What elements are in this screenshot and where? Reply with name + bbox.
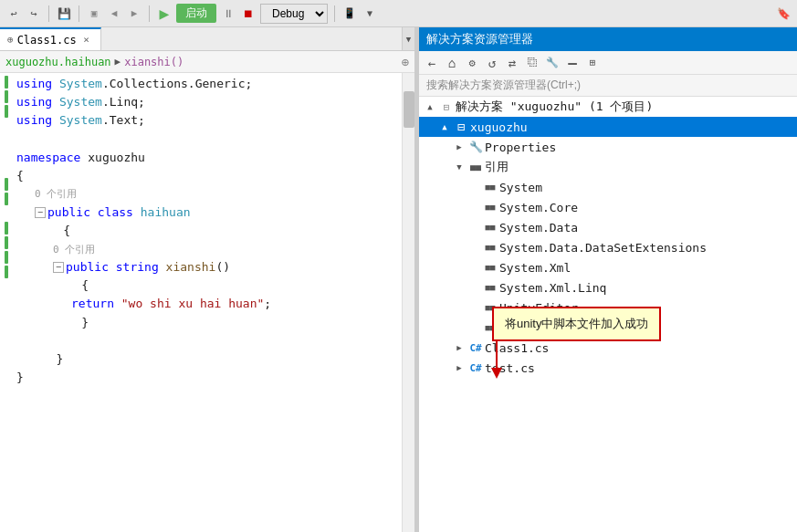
tree-item-project[interactable]: ▲ ⊟ xuguozhu — [419, 117, 797, 137]
exp-minus-icon[interactable]: — — [563, 54, 582, 72]
tree-item-properties[interactable]: ▶ 🔧 Properties — [419, 137, 797, 157]
explorer-search-text[interactable]: 搜索解决方案资源管理器(Ctrl+;) — [426, 78, 581, 93]
exp-filter-icon[interactable]: 🔧 — [543, 54, 561, 72]
gutter-8 — [2, 177, 11, 192]
system-xml-linq-icon: ■■ — [483, 280, 498, 295]
code-line-17: } — [16, 369, 398, 387]
gutter-1 — [2, 75, 11, 89]
debug-select[interactable]: Debug — [260, 4, 328, 24]
properties-label: Properties — [485, 141, 556, 154]
save-icon[interactable]: 💾 — [56, 5, 72, 22]
collapse-method-btn[interactable]: − — [53, 262, 64, 273]
gutter-11 — [2, 221, 11, 235]
pause-icon[interactable]: ⏸ — [220, 5, 236, 22]
collapse-class-btn[interactable]: − — [35, 207, 46, 218]
code-line-5: namespace xuguozhu — [16, 149, 398, 167]
code-line-11: −public string xianshi() — [16, 258, 398, 276]
nav-back-icon[interactable]: ◀ — [106, 5, 122, 22]
redo-icon[interactable]: ↪ — [26, 5, 42, 22]
explorer-search-bar: 搜索解决方案资源管理器(Ctrl+;) — [419, 75, 797, 97]
system-core-label: System.Core — [499, 201, 578, 214]
tree-item-solution[interactable]: ▲ ⊟ 解决方案 "xuguozhu" (1 个项目) — [419, 97, 797, 117]
nav-fwd-icon[interactable]: ▶ — [126, 5, 142, 22]
tree-item-system-dataset[interactable]: ▶ ■■ System.Data.DataSetExtensions — [419, 237, 797, 257]
file-tab-class1[interactable]: ⊕ Class1.cs × — [0, 27, 101, 50]
toolbar-separator — [48, 5, 49, 22]
run-icon[interactable]: ▶ — [156, 5, 173, 22]
tree-item-system-data[interactable]: ▶ ■■ System.Data — [419, 217, 797, 237]
main-area: ⊕ Class1.cs × ▼ xuguozhu.haihuan ▶ xians… — [0, 27, 797, 532]
exp-tree-icon[interactable]: ⊞ — [583, 54, 602, 72]
gutter-6 — [2, 148, 11, 162]
test-expand-icon[interactable]: ▶ — [452, 360, 467, 375]
tree-item-system[interactable]: ▶ ■■ System — [419, 177, 797, 197]
exp-copy-icon[interactable]: ⿻ — [523, 54, 541, 72]
references-expand-icon[interactable]: ▼ — [452, 160, 467, 174]
gutter-5 — [2, 133, 11, 148]
references-label: 引用 — [485, 159, 509, 175]
project-expand-icon[interactable]: ▲ — [437, 120, 452, 134]
code-content[interactable]: using System.Collections.Generic; using … — [13, 73, 402, 532]
tree-item-system-xml-linq[interactable]: ▶ ■■ System.Xml.Linq — [419, 277, 797, 297]
code-line-15 — [16, 332, 398, 350]
tab-empty-space — [101, 27, 402, 50]
scrollbar-thumb[interactable] — [404, 91, 414, 128]
tab-close-button[interactable]: × — [80, 34, 93, 47]
breadcrumb-expand-icon[interactable]: ⊕ — [402, 55, 409, 69]
tree-item-references[interactable]: ▼ ■■ 引用 — [419, 157, 797, 177]
code-area: using System.Collections.Generic; using … — [0, 73, 414, 532]
code-line-12: { — [16, 276, 398, 295]
editor-scrollbar[interactable] — [402, 73, 414, 532]
undo-icon[interactable]: ↩ — [5, 5, 22, 22]
exp-settings-icon[interactable]: ⚙ — [463, 54, 481, 72]
properties-expand-icon[interactable]: ▶ — [452, 140, 467, 154]
system-xml-linq-label: System.Xml.Linq — [499, 281, 606, 295]
system-xml-label: System.Xml — [499, 261, 571, 275]
project-label: xuguozhu — [470, 120, 528, 134]
code-line-1: using System.Collections.Generic; — [16, 75, 398, 93]
code-line-14: } — [16, 314, 398, 332]
exp-sync-icon[interactable]: ⇄ — [503, 54, 521, 72]
gutter-12 — [2, 235, 11, 250]
code-line-7: 0 个引用 — [16, 185, 398, 203]
code-line-9: { — [16, 222, 398, 240]
dataset-label: System.Data.DataSetExtensions — [499, 241, 707, 255]
gutter-16 — [2, 294, 11, 308]
gutter-3 — [2, 104, 11, 119]
build-icon[interactable]: ▣ — [86, 5, 102, 22]
start-button[interactable]: 启动 — [176, 4, 216, 23]
tree-item-system-xml[interactable]: ▶ ■■ System.Xml — [419, 257, 797, 277]
stop-icon[interactable]: ⏹ — [240, 5, 257, 22]
editor-panel: ⊕ Class1.cs × ▼ xuguozhu.haihuan ▶ xians… — [0, 27, 415, 532]
tab-scroll-button[interactable]: ▼ — [402, 27, 414, 50]
gutter-2 — [2, 89, 11, 104]
exp-home-icon[interactable]: ⌂ — [443, 54, 461, 72]
solution-explorer-panel: 解决方案资源管理器 ← ⌂ ⚙ ↺ ⇄ ⿻ 🔧 — ⊞ 搜索解决方案资源管理器(… — [419, 27, 797, 532]
tab-pin-icon: ⊕ — [7, 34, 14, 46]
code-line-2: using System.Linq; — [16, 93, 398, 111]
exp-nav-back-icon[interactable]: ← — [423, 54, 441, 72]
system-xml-icon: ■■ — [483, 260, 498, 275]
device-icon[interactable]: 📱 — [341, 5, 358, 22]
breadcrumb-class[interactable]: xuguozhu.haihuan — [5, 56, 111, 68]
explorer-toolbar: ← ⌂ ⚙ ↺ ⇄ ⿻ 🔧 — ⊞ — [419, 51, 797, 75]
system-icon: ■■ — [483, 180, 498, 194]
gutter-10 — [2, 206, 11, 221]
code-line-13: return "wo shi xu hai huan"; — [16, 295, 398, 313]
class1-expand-icon[interactable]: ▶ — [452, 340, 467, 355]
breadcrumb-bar: xuguozhu.haihuan ▶ xianshi() ⊕ — [0, 51, 414, 73]
tree-item-system-core[interactable]: ▶ ■■ System.Core — [419, 197, 797, 217]
tab-bar: ⊕ Class1.cs × ▼ — [0, 27, 414, 51]
arrow-icon[interactable]: ▼ — [362, 5, 378, 22]
project-icon: ⊟ — [454, 120, 468, 134]
bookmark-icon[interactable]: 🔖 — [775, 5, 792, 22]
breadcrumb-separator: ▶ — [115, 56, 121, 68]
toolbar: ↩ ↪ 💾 ▣ ◀ ▶ ▶ 启动 ⏸ ⏹ Debug 📱 ▼ 🔖 — [0, 0, 797, 27]
exp-refresh-icon[interactable]: ↺ — [483, 54, 501, 72]
solution-expand-icon[interactable]: ▲ — [423, 99, 437, 114]
breadcrumb-method[interactable]: xianshi() — [124, 56, 184, 68]
code-line-8: −public class haihuan — [16, 203, 398, 222]
system-data-icon: ■■ — [483, 220, 498, 235]
references-icon: ■■ — [468, 160, 483, 174]
properties-icon: 🔧 — [468, 140, 483, 154]
